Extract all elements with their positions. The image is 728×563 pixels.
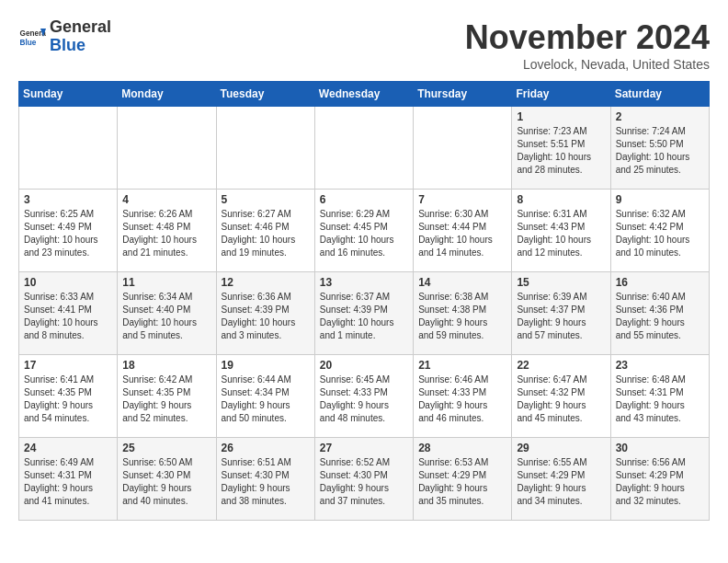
calendar-day-cell: 18Sunrise: 6:42 AM Sunset: 4:35 PM Dayli…	[118, 355, 216, 438]
day-number: 8	[517, 193, 605, 206]
calendar-day-cell	[216, 107, 314, 190]
day-info: Sunrise: 6:47 AM Sunset: 4:32 PM Dayligh…	[517, 373, 605, 425]
calendar-day-cell	[19, 107, 118, 190]
day-of-week-header: Tuesday	[216, 82, 314, 107]
calendar-day-cell: 28Sunrise: 6:53 AM Sunset: 4:29 PM Dayli…	[414, 438, 512, 521]
calendar-day-cell: 7Sunrise: 6:30 AM Sunset: 4:44 PM Daylig…	[414, 190, 512, 272]
day-info: Sunrise: 6:39 AM Sunset: 4:37 PM Dayligh…	[517, 291, 605, 342]
day-info: Sunrise: 6:30 AM Sunset: 4:44 PM Dayligh…	[418, 208, 506, 259]
logo-general-text: General	[50, 17, 111, 36]
calendar-week-row: 3Sunrise: 6:25 AM Sunset: 4:49 PM Daylig…	[19, 190, 710, 272]
calendar-day-cell: 8Sunrise: 6:31 AM Sunset: 4:43 PM Daylig…	[512, 190, 610, 272]
day-info: Sunrise: 6:26 AM Sunset: 4:48 PM Dayligh…	[122, 208, 210, 259]
calendar-day-cell: 25Sunrise: 6:50 AM Sunset: 4:30 PM Dayli…	[118, 438, 216, 521]
day-info: Sunrise: 6:34 AM Sunset: 4:40 PM Dayligh…	[122, 291, 210, 342]
day-of-week-header: Sunday	[19, 82, 118, 107]
day-info: Sunrise: 6:36 AM Sunset: 4:39 PM Dayligh…	[222, 291, 310, 342]
day-info: Sunrise: 6:40 AM Sunset: 4:36 PM Dayligh…	[616, 291, 704, 342]
day-number: 11	[122, 276, 210, 289]
logo: General Blue General Blue	[18, 18, 111, 55]
calendar-day-cell: 17Sunrise: 6:41 AM Sunset: 4:35 PM Dayli…	[19, 355, 118, 438]
calendar-day-cell: 15Sunrise: 6:39 AM Sunset: 4:37 PM Dayli…	[512, 272, 610, 355]
calendar-week-row: 17Sunrise: 6:41 AM Sunset: 4:35 PM Dayli…	[19, 355, 710, 438]
day-info: Sunrise: 6:42 AM Sunset: 4:35 PM Dayligh…	[122, 373, 210, 425]
day-number: 17	[24, 359, 112, 372]
day-number: 23	[616, 359, 704, 372]
day-info: Sunrise: 6:55 AM Sunset: 4:29 PM Dayligh…	[517, 456, 605, 508]
day-number: 16	[616, 276, 704, 289]
day-info: Sunrise: 6:44 AM Sunset: 4:34 PM Dayligh…	[222, 373, 310, 425]
calendar-day-cell: 4Sunrise: 6:26 AM Sunset: 4:48 PM Daylig…	[118, 190, 216, 272]
calendar-day-cell: 5Sunrise: 6:27 AM Sunset: 4:46 PM Daylig…	[216, 190, 314, 272]
day-number: 2	[616, 110, 704, 123]
day-info: Sunrise: 6:41 AM Sunset: 4:35 PM Dayligh…	[24, 373, 112, 425]
calendar-day-cell: 30Sunrise: 6:56 AM Sunset: 4:29 PM Dayli…	[610, 438, 709, 521]
day-info: Sunrise: 6:25 AM Sunset: 4:49 PM Dayligh…	[24, 208, 112, 259]
calendar-day-cell: 1Sunrise: 7:23 AM Sunset: 5:51 PM Daylig…	[512, 107, 610, 190]
day-info: Sunrise: 6:51 AM Sunset: 4:30 PM Dayligh…	[222, 456, 310, 508]
calendar-day-cell: 20Sunrise: 6:45 AM Sunset: 4:33 PM Dayli…	[314, 355, 413, 438]
day-info: Sunrise: 6:49 AM Sunset: 4:31 PM Dayligh…	[24, 456, 112, 508]
day-of-week-header: Thursday	[414, 82, 512, 107]
calendar-day-cell: 2Sunrise: 7:24 AM Sunset: 5:50 PM Daylig…	[610, 107, 709, 190]
day-number: 7	[418, 193, 506, 206]
day-info: Sunrise: 6:50 AM Sunset: 4:30 PM Dayligh…	[122, 456, 210, 508]
calendar-day-cell: 27Sunrise: 6:52 AM Sunset: 4:30 PM Dayli…	[314, 438, 413, 521]
day-info: Sunrise: 7:24 AM Sunset: 5:50 PM Dayligh…	[616, 125, 704, 177]
day-number: 28	[418, 442, 506, 454]
day-info: Sunrise: 6:53 AM Sunset: 4:29 PM Dayligh…	[418, 456, 506, 508]
day-number: 9	[616, 193, 704, 206]
calendar-day-cell: 16Sunrise: 6:40 AM Sunset: 4:36 PM Dayli…	[610, 272, 709, 355]
logo-blue-text: Blue	[50, 36, 85, 54]
location: Lovelock, Nevada, United States	[465, 57, 710, 72]
calendar-day-cell	[118, 107, 216, 190]
day-number: 18	[122, 359, 210, 372]
day-number: 24	[24, 442, 112, 454]
day-info: Sunrise: 6:32 AM Sunset: 4:42 PM Dayligh…	[616, 208, 704, 259]
day-of-week-header: Friday	[512, 82, 610, 107]
day-number: 27	[320, 442, 408, 454]
calendar-day-cell: 29Sunrise: 6:55 AM Sunset: 4:29 PM Dayli…	[512, 438, 610, 521]
day-number: 3	[24, 193, 112, 206]
calendar-day-cell: 9Sunrise: 6:32 AM Sunset: 4:42 PM Daylig…	[610, 190, 709, 272]
calendar-day-cell	[414, 107, 512, 190]
day-info: Sunrise: 6:48 AM Sunset: 4:31 PM Dayligh…	[616, 373, 704, 425]
calendar-week-row: 1Sunrise: 7:23 AM Sunset: 5:51 PM Daylig…	[19, 107, 710, 190]
title-block: November 2024 Lovelock, Nevada, United S…	[465, 18, 710, 72]
day-number: 25	[122, 442, 210, 454]
day-number: 10	[24, 276, 112, 289]
calendar-day-cell: 11Sunrise: 6:34 AM Sunset: 4:40 PM Dayli…	[118, 272, 216, 355]
page-header: General Blue General Blue November 2024 …	[18, 18, 710, 72]
day-number: 21	[418, 359, 506, 372]
day-info: Sunrise: 6:37 AM Sunset: 4:39 PM Dayligh…	[320, 291, 408, 342]
day-number: 26	[222, 442, 310, 454]
calendar-day-cell: 3Sunrise: 6:25 AM Sunset: 4:49 PM Daylig…	[19, 190, 118, 272]
day-of-week-header: Wednesday	[314, 82, 413, 107]
day-number: 20	[320, 359, 408, 372]
day-number: 29	[517, 442, 605, 454]
calendar-day-cell: 19Sunrise: 6:44 AM Sunset: 4:34 PM Dayli…	[216, 355, 314, 438]
calendar-day-cell: 14Sunrise: 6:38 AM Sunset: 4:38 PM Dayli…	[414, 272, 512, 355]
day-info: Sunrise: 6:46 AM Sunset: 4:33 PM Dayligh…	[418, 373, 506, 425]
day-of-week-header: Saturday	[610, 82, 709, 107]
calendar-day-cell: 24Sunrise: 6:49 AM Sunset: 4:31 PM Dayli…	[19, 438, 118, 521]
day-number: 14	[418, 276, 506, 289]
day-info: Sunrise: 6:56 AM Sunset: 4:29 PM Dayligh…	[616, 456, 704, 508]
day-number: 4	[122, 193, 210, 206]
calendar-week-row: 10Sunrise: 6:33 AM Sunset: 4:41 PM Dayli…	[19, 272, 710, 355]
day-info: Sunrise: 6:27 AM Sunset: 4:46 PM Dayligh…	[222, 208, 310, 259]
calendar-day-cell: 26Sunrise: 6:51 AM Sunset: 4:30 PM Dayli…	[216, 438, 314, 521]
calendar-table: SundayMondayTuesdayWednesdayThursdayFrid…	[18, 81, 710, 521]
calendar-week-row: 24Sunrise: 6:49 AM Sunset: 4:31 PM Dayli…	[19, 438, 710, 521]
calendar-day-cell: 23Sunrise: 6:48 AM Sunset: 4:31 PM Dayli…	[610, 355, 709, 438]
calendar-day-cell: 22Sunrise: 6:47 AM Sunset: 4:32 PM Dayli…	[512, 355, 610, 438]
day-number: 22	[517, 359, 605, 372]
svg-text:Blue: Blue	[20, 39, 37, 47]
day-number: 5	[222, 193, 310, 206]
calendar-body: 1Sunrise: 7:23 AM Sunset: 5:51 PM Daylig…	[19, 107, 710, 521]
day-info: Sunrise: 6:33 AM Sunset: 4:41 PM Dayligh…	[24, 291, 112, 342]
day-number: 12	[222, 276, 310, 289]
day-number: 6	[320, 193, 408, 206]
calendar-day-cell	[314, 107, 413, 190]
day-info: Sunrise: 6:38 AM Sunset: 4:38 PM Dayligh…	[418, 291, 506, 342]
